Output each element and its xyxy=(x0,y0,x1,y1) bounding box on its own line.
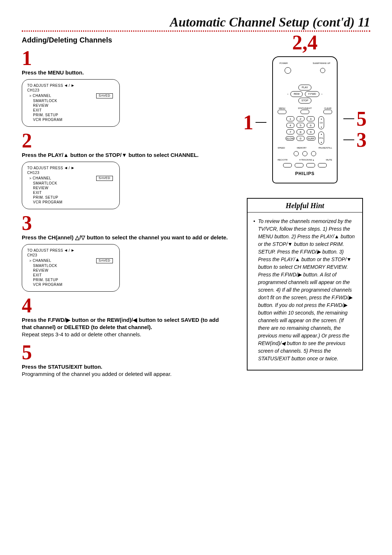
osd-saved-badge: SAVED xyxy=(96,176,113,181)
label-power: POWER xyxy=(279,62,288,64)
step-3-part-a: Press the CH(annel) xyxy=(22,234,75,240)
osd-saved-badge: SAVED xyxy=(96,93,113,98)
step-4-repeat: Repeat steps 3-4 to add or delete other … xyxy=(22,331,141,337)
menu-button[interactable] xyxy=(278,110,286,114)
list-item: CHANNEL xyxy=(33,176,51,180)
tracking-down-button[interactable] xyxy=(295,163,303,167)
triangle-left-icon: ◀ xyxy=(65,248,68,253)
triangle-down-icon: ▼ xyxy=(122,152,127,158)
key-2[interactable]: 2 xyxy=(297,116,305,121)
list-item: PRIM. SETUP xyxy=(29,195,114,200)
pause-button[interactable] xyxy=(311,151,316,156)
key-0[interactable]: 0 xyxy=(297,136,305,141)
triangle-left-icon: ◀ xyxy=(133,317,137,323)
hint-body: • To review the channels memorized by th… xyxy=(248,212,362,370)
rec-button[interactable] xyxy=(283,163,292,167)
cursor-icon: > xyxy=(29,94,32,98)
callout-line xyxy=(343,118,354,119)
tracking-label: TRACKING xyxy=(301,159,312,161)
list-item: REVIEW xyxy=(29,268,114,273)
osd-channel-line: CH23 xyxy=(27,253,114,258)
list-item: VCR PROGRAM xyxy=(29,117,114,122)
stop-button[interactable]: STOP xyxy=(298,98,312,104)
status-label: STATUS/EXIT xyxy=(298,107,312,109)
key-3[interactable]: 3 xyxy=(307,116,315,121)
clear-button[interactable] xyxy=(323,110,332,114)
osd-header: TO ADJUST PRESS xyxy=(27,83,63,88)
key-4[interactable]: 4 xyxy=(286,123,294,128)
list-item: VCR PROGRAM xyxy=(29,200,114,204)
dot-icon: • xyxy=(287,93,288,95)
power-button[interactable] xyxy=(285,67,291,74)
step-2-part-a: Press the PLAY/ xyxy=(22,152,64,158)
label-sleep: SLEEP/WAKE UP xyxy=(313,62,330,64)
step-1-bold: Press the MENU button. xyxy=(22,69,84,76)
key-7[interactable]: 7 xyxy=(286,129,294,134)
step-5-text: Press the STATUS/EXIT button. Programmin… xyxy=(22,363,229,378)
page-title: Automatic Channel Setup (cont'd) 11 xyxy=(22,15,370,30)
list-item: VCR PROGRAM xyxy=(29,282,114,287)
key-9[interactable]: 9 xyxy=(307,129,315,134)
play-button[interactable]: PLAY xyxy=(298,85,311,90)
step-4-text: Press the F.FWD/▶ button or the REW(ind)… xyxy=(22,316,229,339)
step-3-part-b: button to select the channel you want to… xyxy=(85,234,228,240)
memory-button[interactable] xyxy=(302,151,307,156)
callout-3: 3 xyxy=(356,130,367,150)
vol-label: VOL xyxy=(319,137,323,139)
ffwd-button[interactable]: F.FWD xyxy=(305,91,319,97)
list-item: PRIM. SETUP xyxy=(29,278,114,282)
callout-1: 1 xyxy=(243,112,253,133)
dot-icon: • xyxy=(322,93,322,95)
step-number-2: 2 xyxy=(22,130,229,151)
triangle-right-icon: ▶ xyxy=(72,166,74,170)
osd-screen-1: TO ADJUST PRESS ◀ / ▶ CH123 SAVED > CHAN… xyxy=(22,79,120,127)
step-number-1: 1 xyxy=(22,48,229,68)
step-4-part-a: Press the F.FWD/ xyxy=(22,317,66,323)
osd-header: TO ADJUST PRESS xyxy=(27,166,63,170)
key-6[interactable]: 6 xyxy=(307,123,315,128)
step-2-text: Press the PLAY/▲ button or the STOP/▼ bu… xyxy=(22,151,229,159)
cursor-icon: > xyxy=(29,259,32,263)
triangle-right-icon: ▶ xyxy=(72,84,74,88)
tracking-up-button[interactable] xyxy=(306,163,315,167)
step-number-3: 3 xyxy=(22,213,229,233)
step-5-sub: Programming of the channel you added or … xyxy=(22,371,172,377)
step-number-4: 4 xyxy=(22,295,229,316)
speed-button[interactable] xyxy=(294,151,299,156)
key-5[interactable]: 5 xyxy=(297,123,305,128)
ch-rocker[interactable]: ▴CH▾ xyxy=(318,116,324,129)
callout-5: 5 xyxy=(356,109,367,129)
helpful-hint-box: Helpful Hint • To review the channels me… xyxy=(247,198,363,370)
brand-label: PHILIPS xyxy=(295,171,315,176)
callout-line xyxy=(256,122,266,123)
osd-header: TO ADJUST PRESS xyxy=(27,248,63,253)
status-exit-button[interactable] xyxy=(301,110,309,114)
rew-button[interactable]: REW xyxy=(290,91,303,97)
list-item: SMARTLOCK xyxy=(29,181,114,186)
list-item: EXIT xyxy=(29,273,114,278)
list-item: SMARTLOCK xyxy=(29,98,114,103)
step-4-part-b: button or the REW(ind)/ xyxy=(70,317,133,323)
menu-label: MENU xyxy=(279,107,285,109)
ch-label: CH xyxy=(320,122,323,124)
list-item: CHANNEL xyxy=(33,94,51,98)
triangle-up-icon: ▲ xyxy=(64,152,69,158)
mute-button[interactable] xyxy=(318,163,327,167)
key-8[interactable]: 8 xyxy=(297,129,305,134)
surf-button[interactable]: SURF xyxy=(307,136,315,141)
triangle-right-icon: ▶ xyxy=(72,248,74,253)
mute-label: MUTE xyxy=(326,159,332,161)
sleep-button[interactable] xyxy=(320,68,325,73)
vol-rocker[interactable]: ▴VOL▾ xyxy=(318,131,324,145)
list-item: REVIEW xyxy=(29,103,114,108)
list-item: EXIT xyxy=(29,108,114,113)
cursor-icon: > xyxy=(29,177,32,180)
list-item: EXIT xyxy=(29,190,114,195)
osd-channel-line: CH123 xyxy=(27,88,114,93)
key-1[interactable]: 1 xyxy=(286,116,294,121)
triangle-left-icon: ◀ xyxy=(65,166,68,170)
bullet-icon: • xyxy=(253,218,255,362)
slow-button[interactable]: SLOW xyxy=(286,136,294,141)
step-2-part-c: button to select CHANNEL. xyxy=(127,152,199,158)
hint-text: To review the channels memorized by the … xyxy=(258,218,356,362)
